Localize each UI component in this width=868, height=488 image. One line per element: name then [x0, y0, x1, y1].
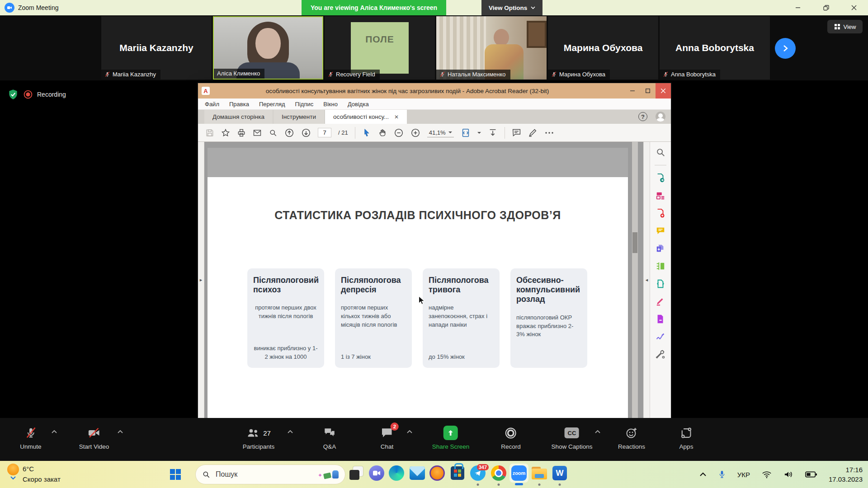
zoom-level-control[interactable]: 41,1%: [427, 128, 454, 137]
task-view-button[interactable]: [347, 464, 366, 483]
taskbar-word[interactable]: W: [550, 464, 569, 483]
minimize-button[interactable]: [784, 0, 812, 15]
apps-button[interactable]: Apps: [679, 426, 693, 450]
taskbar-zoom-active[interactable]: zoom: [509, 464, 528, 483]
create-pdf-icon[interactable]: [656, 208, 665, 218]
participant-tile-natalia-video[interactable]: Наталья Максименко: [436, 16, 547, 80]
record-button[interactable]: Record: [501, 426, 521, 450]
chat-options-chevron[interactable]: [406, 430, 413, 434]
wifi-icon[interactable]: [762, 471, 772, 479]
scroll-mode-icon[interactable]: [488, 128, 498, 138]
view-options-button[interactable]: View Options: [481, 0, 542, 15]
acrobat-titlebar[interactable]: A особливості консультування вагітних жі…: [198, 83, 671, 99]
recording-dot-icon[interactable]: [24, 90, 33, 99]
tab-close-icon[interactable]: ✕: [394, 114, 399, 120]
organize-pages-icon[interactable]: [656, 261, 665, 271]
close-button[interactable]: [840, 0, 868, 15]
comment-icon[interactable]: [512, 128, 521, 137]
gallery-next-button[interactable]: [775, 38, 796, 59]
acrobat-maximize-button[interactable]: [640, 83, 656, 99]
share-screen-button[interactable]: Share Screen: [432, 426, 470, 450]
tray-microphone-icon[interactable]: [718, 470, 726, 479]
captions-options-chevron[interactable]: [594, 430, 601, 434]
highlight-pen-icon[interactable]: [528, 128, 538, 137]
video-options-chevron[interactable]: [117, 430, 123, 434]
account-avatar-icon[interactable]: [656, 112, 665, 122]
email-icon[interactable]: [253, 128, 262, 137]
volume-icon[interactable]: [783, 470, 793, 479]
qa-button[interactable]: Q&A: [323, 426, 336, 450]
taskbar-teams[interactable]: [367, 464, 386, 483]
tray-language[interactable]: УКР: [737, 471, 750, 479]
select-tool-icon[interactable]: [362, 128, 371, 137]
participant-tile-recovery-field[interactable]: ПОЛЕ Recovery Field: [325, 16, 435, 80]
taskbar-telegram[interactable]: 347: [468, 464, 487, 483]
chat-button[interactable]: 2 Chat: [381, 426, 394, 450]
taskbar-mail[interactable]: [408, 464, 427, 483]
menu-edit[interactable]: Правка: [229, 101, 249, 108]
participant-tile-anna[interactable]: Anna Boborytska Anna Boborytska: [660, 16, 770, 80]
save-icon[interactable]: [205, 128, 214, 137]
unmute-options-chevron[interactable]: [51, 430, 57, 434]
taskbar-search-box[interactable]: Пошук ✦: [195, 465, 345, 484]
next-page-icon[interactable]: [301, 128, 311, 138]
menu-file[interactable]: Файл: [205, 101, 219, 108]
reactions-button[interactable]: Reactions: [618, 426, 645, 450]
tab-tools[interactable]: Інструменти: [274, 110, 324, 124]
combine-files-icon[interactable]: [656, 244, 665, 253]
help-icon[interactable]: ?: [638, 112, 647, 121]
taskbar-store[interactable]: [448, 464, 467, 483]
restore-button[interactable]: [812, 0, 840, 15]
previous-page-icon[interactable]: [284, 128, 294, 138]
tab-home[interactable]: Домашня сторінка: [204, 110, 273, 124]
document-viewport[interactable]: СТАТИСТИКА РОЗЛАДІВ ПСИХІЧНОГО ЗДОРОВ’Я …: [204, 142, 643, 418]
more-tools-wrench-icon[interactable]: [656, 349, 665, 359]
menu-window[interactable]: Вікно: [323, 101, 338, 108]
scrollbar-thumb[interactable]: [632, 232, 637, 253]
menu-view[interactable]: Перегляд: [259, 101, 285, 108]
fit-page-icon[interactable]: [461, 128, 471, 138]
search-icon[interactable]: [269, 128, 278, 137]
tab-document[interactable]: особливості консу... ✕: [325, 110, 407, 124]
participant-tile-maryna[interactable]: Марина Обухова Марина Обухова: [548, 16, 658, 80]
taskbar-edge[interactable]: [387, 464, 406, 483]
print-icon[interactable]: [237, 128, 246, 137]
gallery-view-button[interactable]: View: [827, 20, 863, 33]
vertical-scrollbar[interactable]: [632, 142, 638, 418]
protect-pdf-icon[interactable]: [656, 314, 665, 324]
acrobat-minimize-button[interactable]: [625, 83, 640, 99]
export-pdf-icon[interactable]: [656, 173, 665, 183]
compress-pdf-icon[interactable]: [656, 279, 665, 289]
edit-pdf-icon[interactable]: [656, 191, 665, 201]
taskbar-chrome[interactable]: [489, 464, 508, 483]
start-button[interactable]: [168, 467, 183, 482]
menu-sign[interactable]: Підпис: [295, 101, 314, 108]
more-tools-icon[interactable]: [544, 131, 554, 135]
menu-help[interactable]: Довідка: [348, 101, 369, 108]
zoom-out-icon[interactable]: [394, 128, 404, 138]
redact-marker-icon[interactable]: [656, 296, 665, 306]
taskbar-clock[interactable]: 17:16 17.03.2023: [829, 465, 863, 484]
participant-tile-mariia[interactable]: Mariia Kazanzhy Mariia Kazanzhy: [101, 16, 212, 80]
fit-dropdown-caret-icon[interactable]: [477, 131, 481, 134]
comment-tool-icon[interactable]: [656, 226, 665, 236]
participants-button[interactable]: 27 Participants: [243, 426, 275, 450]
search-tool-icon[interactable]: [656, 147, 665, 157]
battery-icon[interactable]: [805, 471, 817, 478]
page-number-input[interactable]: 7: [318, 128, 331, 137]
taskbar-file-explorer[interactable]: [530, 464, 549, 483]
tray-expand-chevron[interactable]: [699, 472, 707, 477]
participants-options-chevron[interactable]: [287, 430, 293, 434]
unmute-button[interactable]: Unmute: [20, 426, 41, 450]
show-captions-button[interactable]: CC Show Captions: [552, 426, 593, 450]
start-video-button[interactable]: Start Video: [79, 426, 109, 450]
hand-tool-icon[interactable]: [378, 128, 387, 137]
acrobat-close-button[interactable]: [656, 83, 671, 99]
right-panel-collapse[interactable]: ◂: [643, 142, 650, 418]
fill-sign-icon[interactable]: [656, 332, 665, 342]
left-panel-collapse[interactable]: ▸: [198, 142, 204, 418]
participant-tile-alisa-video[interactable]: Аліса Клименко: [213, 16, 323, 80]
weather-widget[interactable]: 6°C Скоро закат: [7, 464, 61, 485]
zoom-in-icon[interactable]: [410, 128, 420, 138]
bookmark-star-icon[interactable]: [221, 128, 230, 137]
